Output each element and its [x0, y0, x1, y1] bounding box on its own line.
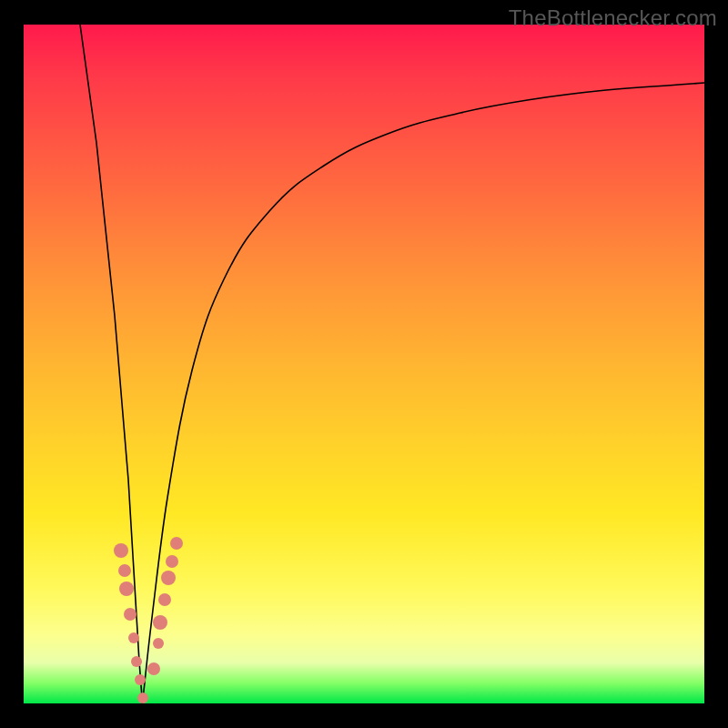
left-curve [80, 25, 143, 703]
attribution-text: TheBottlenecker.com [509, 5, 717, 31]
data-marker [128, 632, 139, 643]
data-marker [158, 593, 171, 606]
plot-area [24, 25, 704, 703]
data-marker [170, 537, 183, 550]
data-marker [147, 662, 160, 675]
chart-frame: TheBottlenecker.com [0, 0, 728, 728]
data-marker [153, 615, 167, 630]
data-markers [114, 537, 183, 703]
data-marker [114, 543, 128, 558]
data-marker [137, 693, 148, 703]
data-marker [119, 581, 134, 596]
curve-layer [24, 25, 704, 703]
data-marker [124, 608, 136, 621]
data-marker [166, 555, 178, 568]
data-marker [135, 674, 146, 685]
data-marker [118, 564, 131, 577]
data-marker [153, 638, 164, 649]
data-marker [161, 571, 176, 585]
data-marker [131, 656, 142, 667]
right-curve [143, 83, 705, 703]
